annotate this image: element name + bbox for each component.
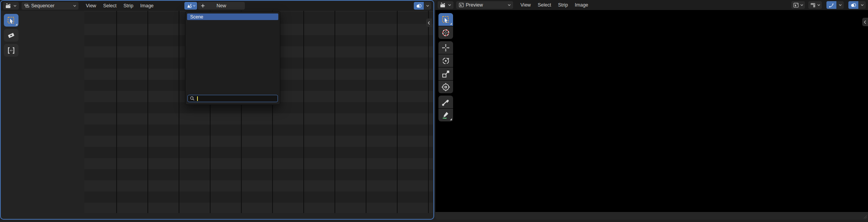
chevron-down-icon	[839, 4, 842, 6]
overlays-icon	[850, 2, 856, 8]
clapperboard-icon	[440, 2, 447, 8]
subtool-indicator	[450, 118, 452, 120]
tool-cursor[interactable]	[438, 26, 453, 39]
sequencer-toolbar	[4, 14, 18, 57]
transform-icon	[442, 83, 450, 91]
scale-icon	[442, 70, 450, 78]
cursor-crosshair-icon	[442, 29, 450, 37]
text-caret	[197, 96, 198, 101]
menu-view[interactable]: View	[82, 2, 100, 9]
tool-transform[interactable]	[438, 81, 453, 93]
subtool-indicator	[450, 23, 452, 25]
browse-scene-button[interactable]	[184, 2, 197, 10]
chevron-down-icon	[426, 5, 429, 7]
select-box-icon	[442, 15, 450, 24]
overlays-toggle[interactable]	[848, 1, 858, 9]
editor-mode-value: Sequencer	[31, 2, 54, 10]
menu-select[interactable]: Select	[534, 2, 555, 8]
sequencer-header: Sequencer View Select Strip Image	[1, 1, 433, 11]
eyedropper-icon	[442, 98, 450, 106]
menu-view[interactable]: View	[517, 2, 534, 8]
chevron-down-icon	[508, 4, 511, 6]
blade-icon	[7, 31, 15, 40]
new-scene-label: New	[216, 2, 226, 10]
tool-rotate[interactable]	[438, 54, 453, 67]
preview-toolbar	[438, 13, 453, 121]
gizmos-dropdown[interactable]	[837, 1, 844, 9]
header-right-controls	[791, 1, 866, 9]
chevron-down-icon	[800, 4, 803, 6]
gizmos-toggle[interactable]	[826, 1, 836, 9]
select-box-icon	[7, 16, 15, 25]
subtool-indicator	[15, 24, 17, 25]
preview-header: Preview View Select Strip Image	[435, 0, 868, 10]
menu-strip[interactable]: Strip	[120, 2, 137, 9]
chevron-down-icon	[73, 5, 76, 7]
editor-type-button[interactable]	[438, 1, 453, 9]
tool-sample[interactable]	[438, 96, 453, 108]
new-scene-button[interactable]: New	[198, 2, 245, 10]
rotate-icon	[442, 57, 450, 65]
slip-icon	[7, 46, 15, 55]
sequencer-strips-icon	[24, 3, 30, 8]
image-alpha-dropdown[interactable]	[808, 1, 822, 9]
tool-move[interactable]	[438, 41, 453, 54]
clapperboard-icon	[5, 3, 12, 8]
chevron-down-icon	[448, 4, 451, 6]
tool-slip[interactable]	[4, 44, 18, 57]
preview-editor: Preview View Select Strip Image	[435, 0, 868, 220]
region-resize-corner[interactable]	[863, 215, 867, 219]
sequencer-editor: Sequencer View Select Strip Image	[0, 0, 434, 220]
menu-select[interactable]: Select	[100, 2, 120, 9]
annotate-pen-icon	[442, 111, 450, 119]
scene-datablock: New	[184, 2, 245, 10]
tool-annotate[interactable]	[438, 109, 453, 121]
chevron-down-icon	[13, 5, 17, 7]
menu-strip[interactable]: Strip	[555, 2, 572, 8]
menubar: View Select Strip Image	[517, 2, 592, 8]
image-alpha-icon	[810, 2, 816, 8]
tool-select-box[interactable]	[4, 14, 18, 27]
scene-search-input[interactable]	[187, 95, 278, 102]
overlays-icon	[416, 3, 422, 9]
header-right-controls	[414, 2, 431, 10]
overlays-toggle[interactable]	[414, 2, 424, 10]
scene-browse-popup: Scene	[185, 11, 280, 105]
editor-mode-select[interactable]: Sequencer	[22, 2, 79, 10]
editor-mode-value: Preview	[466, 1, 483, 9]
preview-image-icon	[458, 2, 464, 8]
chevron-down-icon	[817, 4, 820, 6]
overlays-dropdown[interactable]	[859, 1, 866, 9]
menubar: View Select Strip Image	[82, 2, 157, 9]
popup-item-scene[interactable]: Scene	[187, 13, 278, 20]
gizmo-icon	[828, 2, 835, 8]
editor-type-button[interactable]	[3, 2, 19, 10]
tool-blade[interactable]	[4, 29, 18, 42]
menu-image[interactable]: Image	[137, 2, 157, 9]
image-cursor-icon	[793, 2, 799, 8]
chevron-down-icon	[861, 4, 864, 6]
display-channels-dropdown[interactable]	[791, 1, 805, 9]
overlays-dropdown[interactable]	[424, 2, 431, 10]
tool-scale[interactable]	[438, 67, 453, 80]
plus-icon	[201, 3, 205, 8]
sidebar-collapse-arrow[interactable]	[426, 18, 432, 27]
search-icon	[190, 96, 195, 101]
sidebar-collapse-arrow[interactable]	[862, 18, 868, 26]
preview-canvas[interactable]	[435, 10, 868, 212]
editor-mode-select[interactable]: Preview	[456, 1, 513, 9]
menu-image[interactable]: Image	[571, 2, 592, 8]
tool-select-box[interactable]	[438, 13, 453, 26]
scene-icon	[186, 3, 192, 9]
move-icon	[442, 44, 450, 52]
chevron-down-icon	[193, 5, 196, 7]
